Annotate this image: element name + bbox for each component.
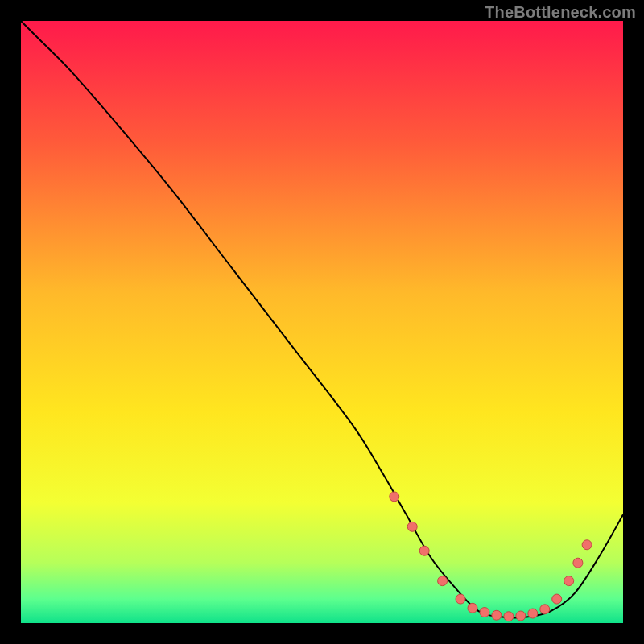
marker-dot [456, 594, 465, 604]
marker-dot [492, 610, 502, 620]
marker-dot [573, 558, 583, 568]
marker-dot [407, 522, 417, 531]
marker-dot [419, 546, 429, 555]
marker-dot [504, 612, 514, 621]
marker-dot [564, 576, 574, 586]
marker-dot [516, 611, 526, 621]
chart-svg [21, 21, 623, 623]
chart-frame: TheBottleneck.com [0, 0, 644, 644]
marker-dot [438, 576, 448, 586]
marker-dot [540, 605, 550, 614]
marker-dot [390, 492, 399, 502]
gradient-background [21, 21, 623, 623]
marker-dot [552, 594, 562, 604]
marker-dot [468, 603, 477, 613]
marker-dot [582, 540, 592, 550]
attribution-label: TheBottleneck.com [485, 3, 636, 22]
marker-dot [480, 608, 489, 617]
marker-dot [528, 609, 538, 618]
plot-area [21, 21, 623, 623]
